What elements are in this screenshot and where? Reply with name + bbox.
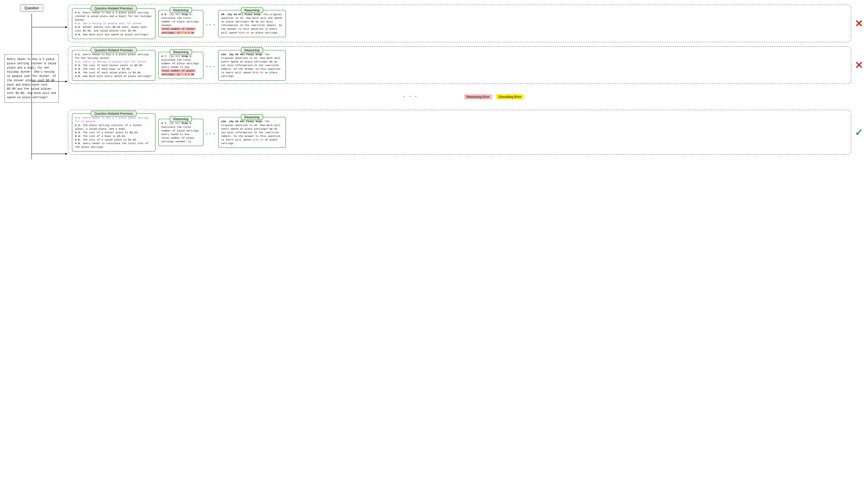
premises-content-1: # 1. Avery needs to buy a 3 piece place …: [75, 11, 152, 36]
reasoning-path-2: Question-Related Premises # 1. Avery nee…: [68, 46, 851, 84]
paths-column: Question-Related Premises # 1. Avery nee…: [68, 4, 864, 155]
vertical-ellipsis: . . .: [402, 93, 420, 100]
reasoning-block-2a: Reasoning # 7. (by #2) Step 1:Calculate …: [158, 52, 204, 79]
path-row-2: Question-Related Premises # 1. Avery nee…: [68, 46, 864, 84]
diagram-container: Question Avery needs to buy a 3 piece pl…: [4, 4, 864, 155]
reasoning-title: Reasoning: [170, 49, 192, 55]
reasoning-title: Reasoning: [241, 114, 263, 120]
ellipsis: . . .: [206, 130, 215, 136]
path-row-3: Question-Related Premises # 1. Avery nee…: [68, 110, 864, 155]
reasoning-content-3b: #10. (by #6 #9) Final Step: The original…: [221, 120, 283, 145]
reasoning-block-1b: Reasoning #8. (by #4 #7) Final Step: The…: [218, 10, 286, 37]
premises-title: Question-Related Premises: [91, 47, 136, 53]
reasoning-content-1b: #8. (by #4 #7) Final Step: The original …: [221, 13, 283, 35]
path-row-1: Question-Related Premises # 1. Avery nee…: [68, 4, 864, 42]
premises-block-2: Question-Related Premises # 1. Avery nee…: [72, 50, 156, 81]
reasoning-block-1a: Reasoning # 5. (by #2) Step 1:Calculate …: [158, 10, 204, 37]
question-box: Avery needs to buy a 3 piece place setti…: [4, 54, 59, 103]
reasoning-content-2a: # 7. (by #2) Step 1:Calculate the total …: [161, 55, 200, 77]
premises-block-3: Question-Related Premises # 1. Avery nee…: [72, 113, 156, 151]
ellipsis: . . .: [206, 62, 215, 68]
premises-content-3: # 1. Avery needs to buy a 3 piece place …: [75, 116, 152, 149]
question-label: Question: [20, 4, 43, 12]
reasoning-block-3a: Reasoning # 7. (by #1) Step 1:Calculate …: [158, 119, 204, 146]
question-column: Question Avery needs to buy a 3 piece pl…: [4, 4, 59, 155]
premises-title: Question-Related Premises: [91, 5, 136, 11]
reasoning-path-3: Question-Related Premises # 1. Avery nee…: [68, 110, 851, 155]
legend-grounding-error: Grounding Error: [496, 94, 524, 99]
reasoning-content-2b: #10. (by #6 #9) Final Step: The original…: [221, 53, 283, 78]
wrong-mark-icon: ✕: [855, 18, 864, 29]
premises-block-1: Question-Related Premises # 1. Avery nee…: [72, 8, 156, 39]
reasoning-path-1: Question-Related Premises # 1. Avery nee…: [68, 4, 851, 42]
reasoning-block-2b: Reasoning #10. (by #6 #9) Final Step: Th…: [218, 50, 286, 81]
reasoning-title: Reasoning: [170, 7, 192, 13]
reasoning-content-1a: # 5. (by #2) Step 1:Calculate the total …: [161, 13, 200, 35]
reasoning-title: Reasoning: [241, 47, 263, 53]
ellipsis: . . .: [206, 21, 215, 26]
wrong-mark-icon: ✕: [855, 59, 864, 71]
correct-mark-icon: ✓: [855, 126, 864, 138]
legend-row: . . . Reasoning Error Grounding Error: [68, 88, 864, 106]
legend-reasoning-error: Reasoning Error: [464, 94, 492, 99]
reasoning-content-3a: # 7. (by #1) Step 1:Calculate the total …: [161, 121, 200, 143]
reasoning-title: Reasoning: [241, 7, 263, 13]
reasoning-block-3b: Reasoning #10. (by #6 #9) Final Step: Th…: [218, 117, 286, 148]
premises-content-2: # 1. Avery needs to buy a 3 piece place …: [75, 53, 152, 78]
premises-title: Question-Related Premises: [91, 111, 136, 116]
reasoning-title: Reasoning: [170, 116, 192, 122]
